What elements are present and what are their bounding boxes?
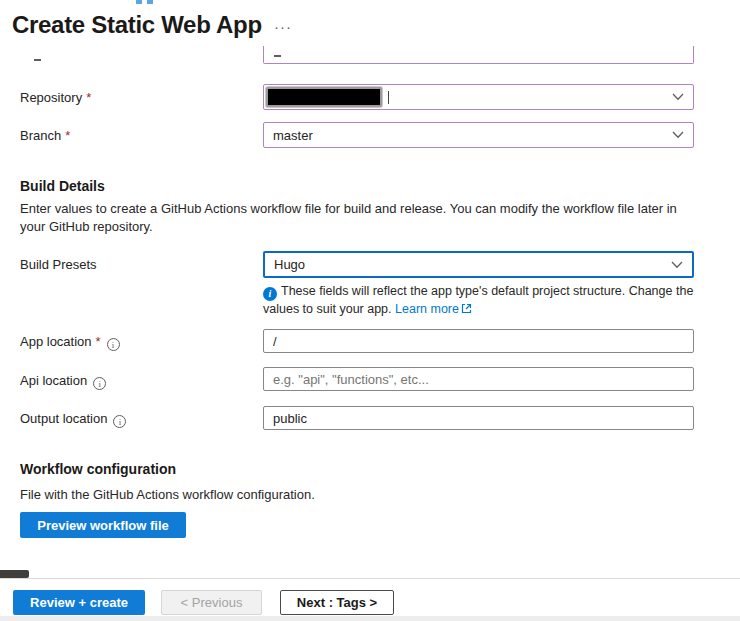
cutoff-label-fragment <box>34 59 41 61</box>
output-location-label: Output locationi <box>20 411 126 428</box>
chevron-down-icon <box>672 93 684 101</box>
build-presets-value: Hugo <box>274 257 305 272</box>
footer-divider <box>0 578 740 579</box>
review-create-button[interactable]: Review + create <box>13 590 145 615</box>
cutoff-field-fragment[interactable] <box>263 46 694 64</box>
presets-info-note: iThese fields will reflect the app type'… <box>263 283 699 318</box>
breadcrumb-fragment <box>147 0 153 4</box>
branch-value: master <box>273 128 313 143</box>
required-asterisk: * <box>65 128 70 143</box>
build-presets-dropdown[interactable]: Hugo <box>263 251 694 278</box>
breadcrumb-fragment <box>136 0 142 4</box>
external-link-icon <box>461 303 472 314</box>
workflow-config-description: File with the GitHub Actions workflow co… <box>20 486 696 504</box>
build-presets-label: Build Presets <box>20 257 97 272</box>
learn-more-link[interactable]: Learn more <box>395 302 459 316</box>
app-location-label: App location*i <box>20 334 120 351</box>
required-asterisk: * <box>86 90 91 105</box>
build-details-heading: Build Details <box>20 178 105 194</box>
more-options-icon[interactable]: ··· <box>274 18 292 35</box>
cutoff-redaction-fragment <box>0 570 29 578</box>
info-icon: i <box>93 377 106 390</box>
api-location-label: Api locationi <box>20 373 106 390</box>
previous-button[interactable]: < Previous <box>161 590 262 615</box>
repository-label: Repository* <box>20 90 91 105</box>
chevron-down-icon <box>672 131 684 139</box>
output-location-input[interactable] <box>263 406 694 430</box>
redacted-value <box>266 87 382 107</box>
cutoff-value-fragment <box>274 55 281 57</box>
workflow-config-heading: Workflow configuration <box>20 461 176 477</box>
preview-workflow-file-button[interactable]: Preview workflow file <box>20 512 186 538</box>
info-icon: i <box>113 415 126 428</box>
bottom-edge-strip <box>0 616 740 621</box>
page-title: Create Static Web App <box>12 11 262 39</box>
create-static-web-app-blade: Create Static Web App ··· Repository* Br… <box>0 0 740 621</box>
app-location-input[interactable] <box>263 329 694 353</box>
required-asterisk: * <box>96 334 101 349</box>
build-details-description: Enter values to create a GitHub Actions … <box>20 200 696 236</box>
text-cursor <box>388 91 389 104</box>
branch-dropdown[interactable]: master <box>263 122 694 148</box>
branch-label: Branch* <box>20 128 70 143</box>
presets-note-text: These fields will reflect the app type's… <box>263 284 693 316</box>
repository-dropdown[interactable] <box>263 84 694 110</box>
api-location-input[interactable] <box>263 367 694 391</box>
info-icon: i <box>107 338 120 351</box>
info-icon: i <box>263 287 277 301</box>
next-tags-button[interactable]: Next : Tags > <box>280 590 394 615</box>
chevron-down-icon <box>671 261 683 269</box>
